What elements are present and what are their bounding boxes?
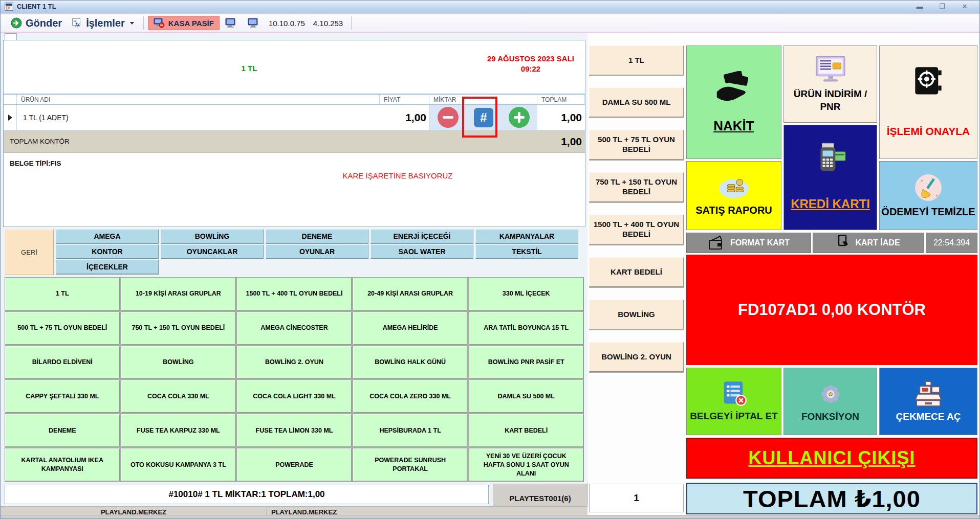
minimize-button[interactable]: ▬ xyxy=(914,3,925,11)
product-button[interactable]: KARTAL ANATOLIUM IKEA KAMPANYASI xyxy=(5,448,120,481)
islemler-menu[interactable]: 12fx İşlemler xyxy=(67,15,139,31)
product-button[interactable]: FUSE TEA KARPUZ 330 ML xyxy=(121,414,236,447)
quick-item-button[interactable]: 500 TL + 75 TL OYUN BEDELİ xyxy=(589,130,684,160)
category-tab[interactable]: TEKSTİL xyxy=(475,244,578,259)
product-button[interactable]: 500 TL + 75 TL OYUN BEDELİ xyxy=(5,312,120,345)
toolbar-separator xyxy=(351,16,352,30)
product-button[interactable]: OTO KOKUSU KAMPANYA 3 TL xyxy=(121,448,236,481)
product-button[interactable]: DENEME xyxy=(5,414,120,447)
category-row-3: İÇECEKLER xyxy=(56,260,583,274)
kasa-pasif-button[interactable]: KASA PASİF xyxy=(148,16,220,30)
sale-summary: #10010# 1 TL MİKTAR:1 TOPLAM:1,00 xyxy=(5,485,489,504)
restore-button[interactable]: ❐ xyxy=(937,3,948,11)
islemi-onayla-button[interactable]: İŞLEMİ ONAYLA xyxy=(879,46,977,159)
function-icon: 12fx xyxy=(72,18,82,28)
fonksiyon-label: FONKSİYON xyxy=(801,411,859,422)
format-kart-button[interactable]: FORMAT KART xyxy=(686,233,811,253)
product-button[interactable]: 20-49 KİŞİ ARASI GRUPLAR xyxy=(353,278,468,310)
time-line: 09:22 xyxy=(480,64,582,74)
product-button[interactable]: AMEGA HELİRİDE xyxy=(353,312,468,345)
product-button[interactable]: KART BEDELİ xyxy=(469,414,583,447)
product-button[interactable]: BOWLİNG 2. OYUN xyxy=(237,346,352,379)
category-tab[interactable]: OYUNCAKLAR xyxy=(161,244,264,259)
category-tab[interactable]: KONTOR xyxy=(56,244,159,259)
product-button[interactable]: DAMLA SU 500 ML xyxy=(469,380,583,413)
product-button[interactable]: 1500 TL + 400 TL OYUN BEDELİ xyxy=(237,278,352,310)
workstation-disabled-icon xyxy=(154,18,165,28)
kullanici-cikisi-label: KULLANICI ÇIKIŞI xyxy=(749,447,916,469)
quick-item-button[interactable]: DAMLA SU 500 ML xyxy=(589,87,684,117)
cekmece-ac-button[interactable]: ÇEKMECE AÇ xyxy=(879,368,977,435)
category-tab[interactable]: İÇECEKLER xyxy=(56,260,159,274)
category-tab[interactable]: KAMPANYALAR xyxy=(475,229,578,243)
category-tab[interactable]: OYUNLAR xyxy=(266,244,368,259)
category-tab[interactable]: DENEME xyxy=(266,229,368,243)
product-button[interactable]: POWERADE SUNRUSH PORTAKAL xyxy=(353,448,468,481)
urun-indirim-button[interactable]: ÜRÜN İNDİRİM / PNR xyxy=(783,46,877,123)
islemler-label: İşlemler xyxy=(86,17,125,29)
increase-quantity-button[interactable] xyxy=(509,107,530,128)
quantity-input[interactable]: 1 xyxy=(589,484,684,512)
kredi-karti-button[interactable]: KREDİ KARTI xyxy=(783,125,877,230)
category-tabs: GERİ AMEGABOWLİNGDENEMEENERJİ İÇECEĞİKAM… xyxy=(5,229,583,276)
product-button[interactable]: BİLARDO ELDİVENİ xyxy=(5,346,120,379)
gonder-button[interactable]: Gönder xyxy=(6,15,67,31)
product-button[interactable]: HEPSİBURADA 1 TL xyxy=(353,414,468,447)
quick-item-column: 1 TL DAMLA SU 500 ML 500 TL + 75 TL OYUN… xyxy=(587,33,686,519)
back-button[interactable]: GERİ xyxy=(5,229,54,275)
category-row-2: KONTOROYUNCAKLAROYUNLARSAOL WATERTEKSTİL xyxy=(56,244,583,259)
belgeyi-iptal-button[interactable]: BELGEYİ İPTAL ET xyxy=(686,368,781,435)
product-button[interactable]: 1 TL xyxy=(5,278,120,310)
odemeyi-temizle-button[interactable]: ÖDEMEYİ TEMİZLE xyxy=(879,161,977,230)
column-header-toplam: TOPLAM xyxy=(537,95,585,104)
product-button[interactable]: BOWLİNG HALK GÜNÜ xyxy=(353,346,468,379)
quick-item-button[interactable]: BOWLİNG xyxy=(589,300,684,329)
grand-total-label: TOPLAM ₺1,00 xyxy=(743,485,921,513)
category-tab[interactable]: ENERJİ İÇECEĞİ xyxy=(371,229,473,243)
table-row[interactable]: 1 TL (1 ADET) 1,00 # 1,00 xyxy=(4,105,585,130)
quick-item-button[interactable]: KART BEDELİ xyxy=(589,257,684,287)
product-button[interactable]: BOWLİNG PNR PASİF ET xyxy=(469,346,583,379)
satis-raporu-button[interactable]: SATIŞ RAPORU xyxy=(686,161,781,230)
product-button[interactable]: YENİ 30 VE ÜZERİ ÇOCUK HAFTA SONU 1 SAAT… xyxy=(469,448,583,481)
product-button[interactable]: 750 TL + 150 TL OYUN BEDELİ xyxy=(121,312,236,345)
kullanici-cikisi-button[interactable]: KULLANICI ÇIKIŞI xyxy=(686,438,977,479)
kart-iade-button[interactable]: KART İADE xyxy=(813,233,924,253)
kasa-pasif-label: KASA PASİF xyxy=(168,19,214,28)
product-button[interactable]: COCA COLA LIGHT 330 ML xyxy=(237,380,352,413)
product-button[interactable]: FUSE TEA LİMON 330 ML xyxy=(237,414,352,447)
quick-item-button[interactable]: 1 TL xyxy=(589,46,684,75)
terminal-2-button[interactable] xyxy=(242,15,265,31)
product-button[interactable]: 10-19 KİŞİ ARASI GRUPLAR xyxy=(121,278,236,310)
product-button[interactable]: 330 ML İÇECEK xyxy=(469,278,583,310)
main-area: 1 TL 29 AĞUSTOS 2023 SALI 09:22 ÜRÜN ADI… xyxy=(1,33,980,519)
close-button[interactable]: ✕ xyxy=(959,3,970,11)
selector-column-header xyxy=(4,95,17,104)
product-button[interactable]: AMEGA CİNECOSTER xyxy=(237,312,352,345)
datetime-display: 29 AĞUSTOS 2023 SALI 09:22 xyxy=(480,54,582,74)
category-tab[interactable]: AMEGA xyxy=(56,229,159,243)
pos-terminal-icon xyxy=(814,142,847,172)
page-tab[interactable] xyxy=(5,33,17,40)
product-button[interactable]: COCA COLA ZERO 330 ML xyxy=(353,380,468,413)
item-name: 1 TL (1 ADET) xyxy=(17,105,380,130)
quick-item-button[interactable]: 1500 TL + 400 TL OYUN BEDELİ xyxy=(589,215,684,244)
product-button[interactable]: COCA COLA 330 ML xyxy=(121,380,236,413)
category-tab[interactable]: BOWLİNG xyxy=(161,229,264,243)
quick-item-button[interactable]: 750 TL + 150 TL OYUN BEDELİ xyxy=(589,172,684,202)
terminal-1-button[interactable] xyxy=(220,15,242,31)
coins-icon xyxy=(717,175,751,200)
decrease-quantity-button[interactable] xyxy=(438,107,459,128)
sale-panel: 1 TL 29 AĞUSTOS 2023 SALI 09:22 ÜRÜN ADI… xyxy=(1,33,587,519)
product-button[interactable]: ARA TATİL BOYUNCA 15 TL xyxy=(469,312,583,345)
product-button[interactable]: CAPPY ŞEFTALİ 330 ML xyxy=(5,380,120,413)
quick-item-button[interactable]: BOWLİNG 2. OYUN xyxy=(589,342,684,372)
nakit-button[interactable]: NAKİT xyxy=(686,46,781,159)
svg-text:fx: fx xyxy=(75,22,80,28)
cash-in-hand-icon xyxy=(714,71,753,103)
product-button[interactable]: BOWLİNG xyxy=(121,346,236,379)
product-button[interactable]: POWERADE xyxy=(237,448,352,481)
fonksiyon-button[interactable]: FONKSİYON xyxy=(783,368,877,435)
category-tab[interactable]: SAOL WATER xyxy=(371,244,473,259)
kart-iade-label: KART İADE xyxy=(855,238,900,247)
